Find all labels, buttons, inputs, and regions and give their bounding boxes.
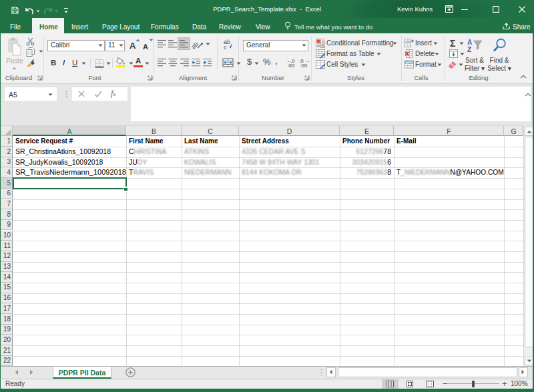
svg-text:.00: .00 bbox=[300, 63, 308, 69]
svg-text:A: A bbox=[467, 39, 472, 46]
svg-text:.00: .00 bbox=[287, 63, 295, 69]
svg-text:c: c bbox=[224, 44, 227, 51]
svg-text:Z: Z bbox=[467, 46, 471, 53]
